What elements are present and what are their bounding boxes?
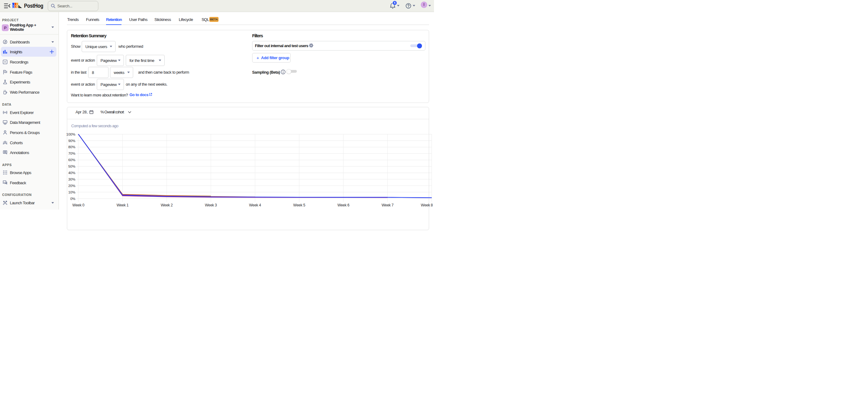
- svg-text:10%: 10%: [68, 190, 75, 194]
- svg-text:20%: 20%: [68, 184, 75, 188]
- svg-text:Week 6: Week 6: [338, 203, 349, 207]
- svg-text:100%: 100%: [66, 132, 75, 136]
- svg-text:Week 2: Week 2: [161, 203, 173, 207]
- svg-text:70%: 70%: [68, 152, 75, 155]
- svg-text:0%: 0%: [70, 197, 75, 200]
- svg-text:50%: 50%: [68, 164, 75, 168]
- svg-text:30%: 30%: [68, 178, 75, 181]
- svg-text:60%: 60%: [68, 158, 75, 162]
- svg-text:Week 8: Week 8: [421, 203, 433, 207]
- svg-text:90%: 90%: [68, 139, 75, 143]
- svg-text:Week 7: Week 7: [381, 203, 394, 207]
- svg-text:Week 1: Week 1: [117, 203, 128, 207]
- svg-text:40%: 40%: [68, 171, 75, 175]
- svg-text:Week 3: Week 3: [205, 203, 217, 207]
- svg-text:Week 0: Week 0: [72, 203, 85, 207]
- svg-text:80%: 80%: [68, 145, 75, 149]
- svg-text:Week 4: Week 4: [249, 203, 261, 207]
- svg-text:Week 5: Week 5: [293, 203, 305, 207]
